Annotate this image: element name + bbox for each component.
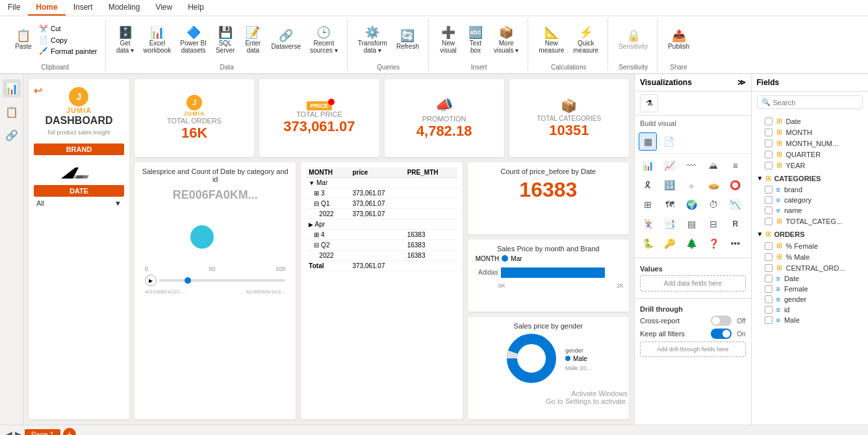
field-year[interactable]: ⊞ YEAR (752, 160, 869, 171)
quick-measure-button[interactable]: ⚡ Quickmeasure (569, 24, 602, 56)
multi-row-icon[interactable]: 📑 (661, 215, 679, 233)
more-icon[interactable]: ••• (726, 234, 745, 253)
add-data-fields-box[interactable]: Add data fields here (640, 275, 746, 292)
menu-view[interactable]: View (147, 0, 180, 16)
count-chart[interactable]: Count of price_before by Date 16383 (468, 162, 629, 234)
categories-group-header[interactable]: ▼ ⊞ CATEGORIES (752, 172, 869, 184)
pie-chart-icon[interactable]: 🥧 (704, 176, 722, 194)
field-category[interactable]: ≡ category (752, 195, 869, 205)
id-checkbox[interactable] (765, 306, 772, 314)
orders-group-header[interactable]: ▼ ⊞ ORDERS (752, 228, 869, 240)
donut-chart-icon[interactable]: ⭕ (726, 176, 745, 194)
enter-data-button[interactable]: 📝 Enterdata (240, 24, 266, 56)
pct-female-checkbox[interactable] (765, 242, 772, 250)
play-button[interactable]: ▶ (145, 275, 157, 286)
excel-button[interactable]: 📊 Excelworkbook (140, 24, 175, 56)
card-viz-icon[interactable]: 📄 (659, 132, 678, 151)
powerbi-datasets-button[interactable]: 🔷 Power BIdatasets (176, 24, 211, 56)
sensitivity-button[interactable]: 🔒 Sensitivity (615, 27, 652, 53)
transform-button[interactable]: ⚙️ Transformdata ▾ (354, 24, 391, 56)
ribbon-chart-icon[interactable]: 🎗 (639, 176, 657, 194)
scatter-chart[interactable]: Salesprice and Count of Date by category… (134, 162, 296, 419)
stacked-bar-icon[interactable]: ≡ (726, 156, 745, 175)
category-checkbox[interactable] (765, 196, 772, 204)
python-icon[interactable]: 🐍 (639, 234, 657, 253)
field-gender[interactable]: ≡ gender (752, 294, 869, 304)
card2-icon[interactable]: 🃏 (639, 215, 657, 233)
field-quarter[interactable]: ⊞ QUARTER (752, 149, 869, 160)
sidebar-data-icon[interactable]: 📋 (3, 103, 21, 121)
more-visuals-button[interactable]: 📦 Morevisuals ▾ (490, 24, 522, 56)
menu-help[interactable]: Help (180, 0, 212, 16)
brand-checkbox[interactable] (765, 186, 772, 193)
recent-sources-button[interactable]: 🕒 Recentsources ▾ (306, 24, 342, 56)
dataverse-button[interactable]: 🔗 Dataverse (267, 27, 305, 53)
sidebar-model-icon[interactable]: 🔗 (3, 126, 21, 144)
month-checkbox[interactable] (765, 129, 772, 136)
expand-viz-icon[interactable]: ≫ (737, 78, 746, 87)
field-total-categ[interactable]: ⊞ TOTAL_CATEG... (752, 216, 869, 227)
paste-button[interactable]: 📋 Paste (10, 27, 36, 53)
field-pct-female[interactable]: ⊞ % Female (752, 240, 869, 251)
table-viz-icon[interactable]: ▦ (639, 132, 657, 151)
waterfall-icon[interactable]: 🔢 (661, 176, 679, 194)
copy-item[interactable]: 📄 Copy (36, 35, 100, 45)
field-female[interactable]: ≡ Female (752, 284, 869, 294)
search-input[interactable] (773, 99, 859, 106)
tree-map-icon[interactable]: ⊞ (639, 195, 657, 214)
prev-page-icon[interactable]: ◀ (5, 429, 12, 436)
search-box[interactable]: 🔍 (757, 95, 863, 109)
bar-chart-icon[interactable]: 📊 (639, 156, 657, 175)
field-central-ord[interactable]: ⊞ CENTRAL_ORD... (752, 262, 869, 273)
field-id[interactable]: ≡ id (752, 304, 869, 315)
field-male[interactable]: ≡ Male (752, 315, 869, 325)
month-num-checkbox[interactable] (765, 140, 772, 147)
matrix-icon[interactable]: ⊟ (704, 215, 722, 233)
area-chart-icon[interactable]: ⛰ (704, 156, 722, 175)
sql-button[interactable]: 💾 SQLServer (212, 24, 238, 56)
qa-icon[interactable]: ❓ (704, 234, 722, 253)
filter-pane-icon[interactable]: ⚗ (640, 94, 658, 112)
menu-file[interactable]: File (0, 0, 28, 16)
get-data-button[interactable]: 🗄️ Getdata ▾ (112, 24, 138, 56)
next-page-icon[interactable]: ▶ (15, 429, 22, 436)
name-checkbox[interactable] (765, 206, 772, 214)
year-checkbox[interactable] (765, 162, 772, 169)
kpi-icon[interactable]: 📉 (726, 195, 745, 214)
scatter-viz-icon[interactable]: ⬦ (682, 176, 700, 194)
bar-chart[interactable]: Sales Price by month and Brand MONTH Mar… (468, 240, 629, 312)
female-checkbox[interactable] (765, 285, 772, 293)
filled-map-icon[interactable]: 🌍 (682, 195, 700, 214)
menu-insert[interactable]: Insert (66, 0, 101, 16)
line-chart-icon[interactable]: 〰 (682, 156, 700, 175)
decomp-tree-icon[interactable]: 🌲 (682, 234, 700, 253)
field-name[interactable]: ≡ name (752, 205, 869, 216)
menu-home[interactable]: Home (28, 0, 65, 16)
cross-report-toggle[interactable] (711, 316, 732, 326)
key-influencer-icon[interactable]: 🔑 (661, 234, 679, 253)
publish-button[interactable]: 📤 Publish (664, 27, 693, 53)
pct-male-checkbox[interactable] (765, 253, 772, 261)
field-month-num[interactable]: ⊞ MONTH_NUM... (752, 138, 869, 149)
slider-track[interactable] (159, 279, 285, 282)
table-viz2-icon[interactable]: ▤ (682, 215, 700, 233)
gender-checkbox[interactable] (765, 295, 772, 303)
copy-button[interactable]: ✂️ Cut (36, 24, 100, 34)
add-page-button[interactable]: + (63, 428, 76, 436)
orders-date-checkbox[interactable] (765, 275, 772, 282)
add-drill-fields-box[interactable]: Add drill-through fields here (640, 342, 746, 357)
page-1-tab[interactable]: Page 1 (25, 429, 60, 436)
new-visual-button[interactable]: ➕ Newvisual (435, 24, 461, 56)
field-date[interactable]: ⊞ Date (752, 116, 869, 127)
menu-modeling[interactable]: Modeling (101, 0, 148, 16)
donut-chart[interactable]: Sales price by gender (468, 317, 629, 419)
column-chart-icon[interactable]: 📈 (661, 156, 679, 175)
text-box-button[interactable]: 🔤 Textbox (463, 24, 489, 56)
date-checkbox[interactable] (765, 118, 772, 125)
undo-button[interactable]: ↩ (34, 84, 42, 97)
field-month[interactable]: ⊞ MONTH (752, 127, 869, 138)
keep-filters-toggle[interactable] (711, 329, 732, 339)
field-orders-date[interactable]: ≡ Date (752, 273, 869, 284)
format-painter-button[interactable]: 🖌️ Format painter (36, 46, 100, 56)
quarter-checkbox[interactable] (765, 151, 772, 158)
